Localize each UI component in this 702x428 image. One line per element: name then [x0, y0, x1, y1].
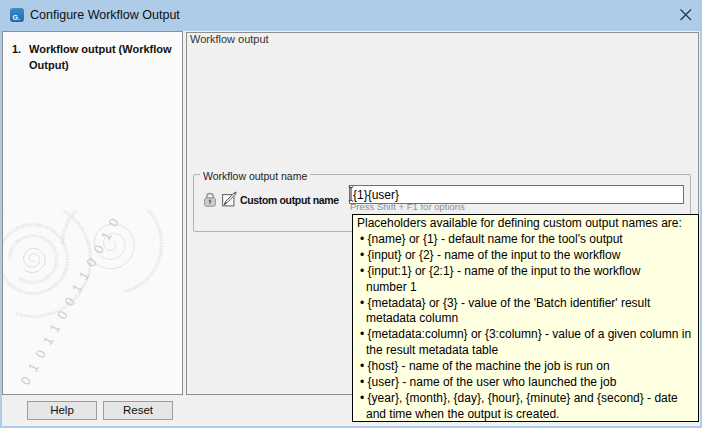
svg-text:010011001011101001010011010010: 0100110010111010010100110100101101001011…	[7, 233, 59, 285]
svg-text:010011001011101001010011010010: 0100110010111010010100110100101101001011…	[3, 222, 70, 296]
